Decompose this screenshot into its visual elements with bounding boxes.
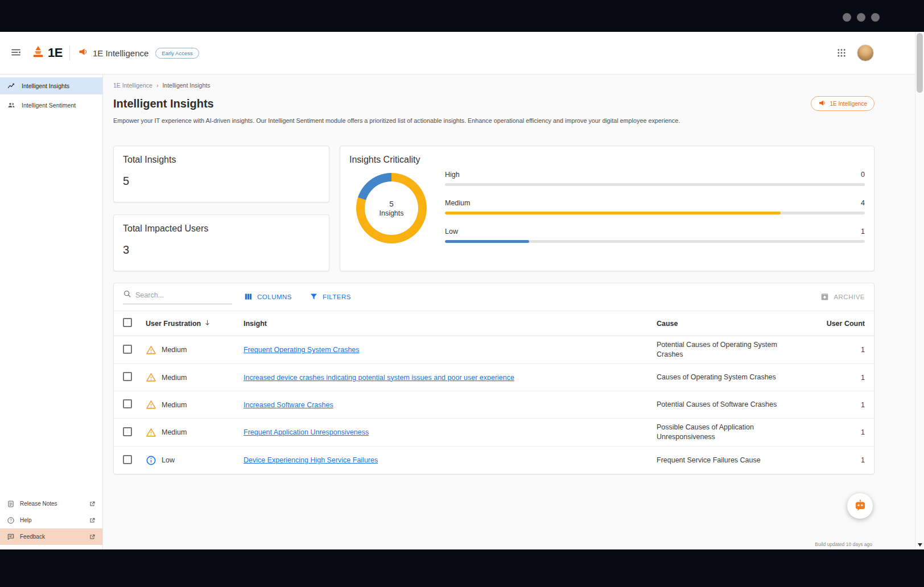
window-controls <box>843 13 880 22</box>
sidebar-item-intelligent-sentiment[interactable]: Intelligent Sentiment <box>0 97 102 114</box>
user-count-cell: 1 <box>810 346 865 354</box>
sidebar-item-release-notes[interactable]: Release Notes <box>0 495 102 512</box>
card-title: Total Insights <box>123 155 320 165</box>
scrollbar-thumb[interactable] <box>917 33 923 93</box>
user-frustration-cell: Medium <box>146 427 244 438</box>
sidebar: Intelligent Insights Intelligent Sentime… <box>0 75 103 549</box>
archive-button[interactable]: ARCHIVE <box>820 292 865 303</box>
progress-track <box>445 240 865 243</box>
svg-text:?: ? <box>10 518 12 522</box>
criticality-donut-chart: 5 Insights <box>356 173 427 243</box>
insight-link[interactable]: Device Experiencing High Service Failure… <box>244 456 378 464</box>
page-description: Empower your IT experience with AI-drive… <box>113 117 874 124</box>
window-title-bar <box>0 0 924 32</box>
severity-label: Medium <box>162 428 187 436</box>
vertical-scrollbar[interactable] <box>915 32 924 549</box>
progress-fill <box>445 212 781 214</box>
megaphone-icon <box>818 99 826 108</box>
filters-button-label: FILTERS <box>323 294 351 300</box>
columns-button-label: COLUMNS <box>257 294 292 300</box>
sidebar-footer-label: Release Notes <box>20 501 84 507</box>
insights-criticality-card: Insights Criticality 5 Insights <box>340 146 874 271</box>
sidebar-item-label: Intelligent Insights <box>22 82 69 89</box>
user-count-cell: 1 <box>810 401 865 409</box>
column-header-cause[interactable]: Cause <box>657 320 810 328</box>
total-impacted-users-card: Total Impacted Users 3 <box>113 214 329 271</box>
sidebar-item-help[interactable]: ? Help <box>0 512 102 528</box>
cause-cell: Possible Causes of Application Unrespons… <box>657 419 792 446</box>
total-impacted-users-value: 3 <box>123 243 320 257</box>
donut-center: 5 Insights <box>365 181 418 235</box>
columns-button[interactable]: COLUMNS <box>244 292 292 303</box>
breadcrumb-root[interactable]: 1E Intelligence <box>113 82 152 89</box>
criticality-value: 4 <box>861 199 865 208</box>
criticality-label: Medium <box>445 199 470 208</box>
scrollbar-down-button[interactable] <box>915 540 924 549</box>
avatar[interactable] <box>857 44 874 61</box>
cause-cell: Potential Causes of Operating System Cra… <box>657 336 792 363</box>
insight-link[interactable]: Increased Software Crashes <box>244 401 333 409</box>
severity-label: Low <box>162 456 175 464</box>
warning-icon <box>146 345 156 355</box>
window-control-dot[interactable] <box>871 13 880 22</box>
insight-link[interactable]: Frequent Application Unresponsiveness <box>244 428 369 436</box>
sidebar-footer: Release Notes ? Help <box>0 495 102 545</box>
cause-cell: Potential Causes of Software Crashes <box>657 396 792 414</box>
card-title: Total Impacted Users <box>123 224 320 234</box>
user-count-cell: 1 <box>810 428 865 436</box>
table-row: Medium Increased device crashes indicati… <box>114 364 874 391</box>
logo-text: 1E <box>48 46 63 60</box>
insight-link[interactable]: Frequent Operating System Crashes <box>244 346 360 354</box>
filter-funnel-icon <box>309 292 319 303</box>
window-control-dot[interactable] <box>843 13 851 22</box>
user-count-cell: 1 <box>810 456 865 464</box>
user-frustration-cell: Medium <box>146 372 244 383</box>
main-content: 1E Intelligence › Intelligent Insights I… <box>103 75 924 549</box>
row-checkbox[interactable] <box>123 372 132 381</box>
column-header-user-count[interactable]: User Count <box>810 320 865 328</box>
row-checkbox[interactable] <box>123 427 132 436</box>
table-row: Medium Increased Software Crashes Potent… <box>114 391 874 419</box>
user-frustration-cell: Medium <box>146 345 244 355</box>
page-title: Intelligent Insights <box>113 97 214 110</box>
assistant-fab-button[interactable] <box>847 493 873 519</box>
criticality-value: 1 <box>861 227 865 237</box>
sidebar-footer-label: Feedback <box>20 534 84 540</box>
criticality-bar-low: Low 1 <box>445 227 865 243</box>
search-box[interactable] <box>123 290 232 304</box>
warning-icon <box>146 372 156 383</box>
external-link-icon <box>89 501 96 507</box>
megaphone-icon <box>78 47 88 59</box>
total-insights-value: 5 <box>123 175 320 188</box>
feedback-speech-bubble-icon <box>7 533 15 541</box>
row-checkbox[interactable] <box>123 345 132 354</box>
document-icon <box>7 500 15 508</box>
sort-descending-icon <box>203 319 212 329</box>
sidebar-item-intelligent-insights[interactable]: Intelligent Insights <box>0 77 102 94</box>
sidebar-item-feedback[interactable]: Feedback <box>0 528 102 545</box>
column-header-user-frustration[interactable]: User Frustration <box>146 319 244 329</box>
sidebar-toggle-button[interactable] <box>7 43 25 63</box>
row-checkbox[interactable] <box>123 455 132 464</box>
user-count-cell: 1 <box>810 374 865 382</box>
sidebar-footer-label: Help <box>20 517 84 523</box>
insights-table-card: COLUMNS FILTERS <box>113 283 874 474</box>
breadcrumb: 1E Intelligence › Intelligent Insights <box>113 82 874 89</box>
table-row: Low Device Experiencing High Service Fai… <box>114 447 874 474</box>
filters-button[interactable]: FILTERS <box>309 292 351 303</box>
assistant-robot-icon <box>853 498 868 514</box>
search-input[interactable] <box>135 291 224 299</box>
cause-cell: Causes of Operating System Crashes <box>657 369 792 386</box>
row-checkbox[interactable] <box>123 399 132 408</box>
window-control-dot[interactable] <box>857 13 865 22</box>
column-header-insight[interactable]: Insight <box>244 320 657 328</box>
donut-center-label: Insights <box>379 209 403 217</box>
1e-intelligence-badge[interactable]: 1E Intelligence <box>811 96 874 111</box>
sidebar-item-label: Intelligent Sentiment <box>22 102 76 109</box>
select-all-checkbox[interactable] <box>123 318 132 327</box>
criticality-bars: High 0 Medium 4 <box>445 170 865 255</box>
insight-link[interactable]: Increased device crashes indicating pote… <box>244 374 514 382</box>
apps-grid-icon[interactable] <box>834 46 849 60</box>
progress-track <box>445 183 865 186</box>
app-window: 1E 1E Intelligence Early Access Int <box>0 32 924 549</box>
